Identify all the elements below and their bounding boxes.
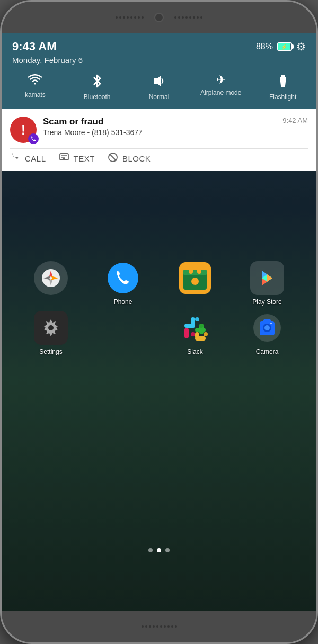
qs-flashlight-label: Flashlight <box>269 93 296 101</box>
svg-marker-0 <box>154 76 161 86</box>
block-icon <box>108 152 118 165</box>
svg-marker-26 <box>267 274 272 282</box>
sound-icon <box>152 74 166 90</box>
notif-phone-sub-icon <box>28 133 39 144</box>
app-empty-middle <box>90 311 156 355</box>
app-camera[interactable]: Camera <box>234 311 301 355</box>
top-speaker <box>116 16 144 19</box>
phone-screen: 9:43 AM 88% ⚡ ⚙ Monday, February 6 <box>2 33 316 611</box>
text-icon <box>59 152 69 165</box>
front-camera <box>154 13 164 22</box>
app-slack-label: Slack <box>187 348 202 355</box>
status-icons: 88% ⚡ ⚙ <box>256 40 306 53</box>
page-dot-3 <box>165 548 170 552</box>
text-label: TEXT <box>74 154 95 163</box>
app-phone-label: Phone <box>114 298 132 306</box>
app-settings[interactable]: Settings <box>17 311 84 355</box>
wifi-icon <box>28 74 42 88</box>
app-phone[interactable]: Phone <box>90 261 156 306</box>
svg-rect-38 <box>195 336 206 341</box>
svg-rect-31 <box>195 317 199 321</box>
qs-wifi[interactable]: kamats <box>14 74 56 101</box>
flashlight-icon <box>278 74 288 90</box>
svg-marker-2 <box>280 77 286 86</box>
notif-content: Scam or fraud Trena Moore - (818) 531-36… <box>43 117 276 137</box>
svg-rect-36 <box>191 332 195 336</box>
app-maps[interactable] <box>17 261 84 306</box>
phone-bottom-bezel <box>2 611 316 642</box>
call-label: CALL <box>25 154 46 163</box>
status-date: Monday, February 6 <box>12 56 306 65</box>
battery-percent: 88% <box>256 42 273 51</box>
svg-rect-1 <box>281 75 285 77</box>
battery-icon: ⚡ <box>277 42 292 51</box>
app-slack[interactable]: Slack <box>162 311 228 355</box>
qs-bluetooth-label: Bluetooth <box>84 93 111 101</box>
app-camera-label: Camera <box>256 348 279 355</box>
page-dot-1 <box>148 548 153 552</box>
svg-rect-20 <box>197 266 201 274</box>
block-button[interactable]: BLOCK <box>108 152 151 165</box>
top-speaker-right <box>174 16 202 19</box>
notif-subtitle: Trena Moore - (818) 531-3677 <box>43 128 276 137</box>
status-time: 9:43 AM <box>12 40 57 53</box>
page-dot-2 <box>157 548 161 552</box>
app-playstore-label: Play Store <box>252 298 281 306</box>
qs-sound-label: Normal <box>149 93 170 101</box>
bluetooth-icon <box>92 74 102 90</box>
app-store[interactable] <box>162 261 228 306</box>
svg-rect-22 <box>193 278 197 284</box>
svg-point-28 <box>48 325 54 330</box>
notif-icon-wrap: ! <box>10 117 37 143</box>
app-playstore[interactable]: Play Store <box>234 261 301 306</box>
page-indicators <box>148 548 170 552</box>
notif-actions: CALL TEXT <box>2 149 316 171</box>
svg-rect-39 <box>204 332 208 336</box>
block-label: BLOCK <box>122 154 151 163</box>
airplane-icon: ✈ <box>216 74 226 86</box>
svg-rect-18 <box>183 270 207 275</box>
svg-rect-35 <box>184 328 189 338</box>
svg-rect-3 <box>281 86 285 87</box>
quick-settings-panel: kamats Bluetooth Normal <box>2 69 316 109</box>
qs-flashlight[interactable]: Flashlight <box>262 74 304 101</box>
svg-line-9 <box>109 154 116 161</box>
call-button[interactable]: CALL <box>10 152 46 165</box>
qs-bluetooth[interactable]: Bluetooth <box>76 74 118 101</box>
qs-airplane-label: Airplane mode <box>200 89 241 96</box>
notif-time: 9:42 AM <box>282 117 308 124</box>
qs-wifi-label: kamats <box>25 91 46 99</box>
notif-title: Scam or fraud <box>43 117 276 127</box>
svg-rect-19 <box>189 266 193 274</box>
call-icon <box>10 152 21 165</box>
status-bar: 9:43 AM 88% ⚡ ⚙ Monday, February 6 <box>2 33 316 69</box>
qs-sound[interactable]: Normal <box>138 74 180 101</box>
svg-rect-30 <box>184 324 195 328</box>
qs-airplane[interactable]: ✈ Airplane mode <box>200 74 242 101</box>
settings-icon[interactable]: ⚙ <box>296 40 306 53</box>
notification-card: ! Scam or fraud Trena Moore - (818) 531-… <box>2 109 316 171</box>
text-button[interactable]: TEXT <box>59 152 95 165</box>
svg-point-15 <box>108 263 138 293</box>
phone-top-bezel <box>2 2 316 33</box>
app-settings-label: Settings <box>39 348 62 355</box>
bottom-speaker <box>142 625 177 628</box>
phone-frame: 9:43 AM 88% ⚡ ⚙ Monday, February 6 <box>0 0 318 644</box>
svg-rect-34 <box>199 324 204 328</box>
svg-point-42 <box>264 325 270 330</box>
svg-rect-43 <box>270 323 272 324</box>
